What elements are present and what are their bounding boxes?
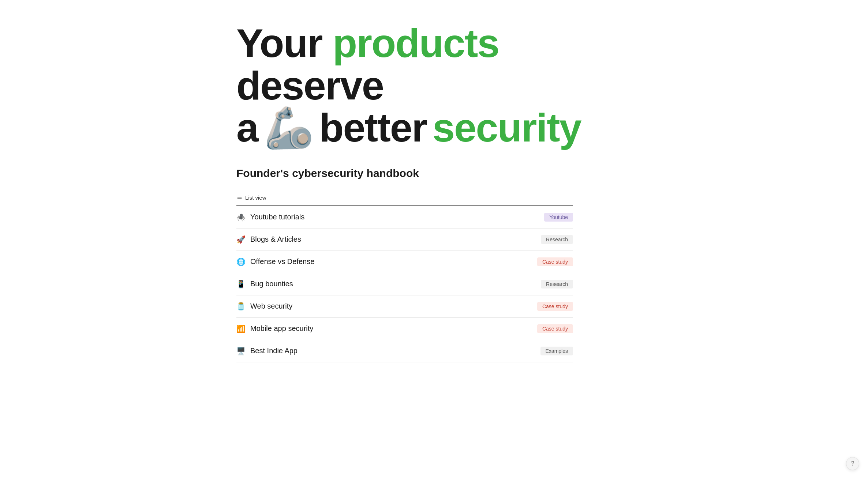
item-tag-4: Case study	[537, 302, 573, 311]
list-item-left-3: 📱 Bug bounties	[236, 280, 293, 288]
robot-emoji-icon: 🦾	[264, 106, 313, 149]
item-icon-1: 🚀	[236, 235, 245, 244]
list-item-left-1: 🚀 Blogs & Articles	[236, 235, 301, 244]
item-icon-0: 🕷️	[236, 213, 245, 222]
item-title-5: Mobile app security	[250, 324, 313, 333]
list-view-icon: ≔	[236, 194, 242, 201]
page-container: Your products deserve a 🦾better security…	[214, 0, 654, 384]
item-tag-1: Research	[541, 235, 573, 244]
hero-line-2: a 🦾better security	[236, 106, 632, 149]
hero-text-better: better	[319, 106, 427, 149]
list-item[interactable]: 📱 Bug bounties Research	[236, 273, 573, 295]
item-title-1: Blogs & Articles	[250, 235, 301, 244]
list-item[interactable]: 🖥️ Best Indie App Examples	[236, 340, 573, 362]
item-icon-3: 📱	[236, 280, 245, 288]
list-view-header: ≔ List view	[236, 194, 573, 206]
list-item-left-2: 🌐 Offense vs Defense	[236, 257, 314, 266]
list-item[interactable]: 🌐 Offense vs Defense Case study	[236, 251, 573, 273]
item-title-2: Offense vs Defense	[250, 257, 314, 266]
hero-text-deserve: deserve	[236, 63, 384, 108]
list-item[interactable]: 🚀 Blogs & Articles Research	[236, 229, 573, 251]
list-item[interactable]: 📶 Mobile app security Case study	[236, 318, 573, 340]
item-icon-2: 🌐	[236, 257, 245, 266]
item-tag-3: Research	[541, 280, 573, 288]
item-tag-5: Case study	[537, 324, 573, 333]
item-icon-5: 📶	[236, 324, 245, 333]
item-tag-2: Case study	[537, 257, 573, 266]
hero-green-products: products	[333, 20, 499, 65]
item-tag-6: Examples	[540, 347, 573, 355]
hero-text-a: a	[236, 106, 258, 149]
list-view-label: List view	[245, 195, 266, 201]
list-item-left-5: 📶 Mobile app security	[236, 324, 313, 333]
hero-section: Your products deserve a 🦾better security…	[236, 15, 632, 180]
item-tag-0: Youtube	[544, 213, 573, 222]
list-view-section: ≔ List view 🕷️ Youtube tutorials Youtube…	[236, 194, 573, 362]
item-title-4: Web security	[250, 302, 292, 310]
page-subtitle: Founder's cybersecurity handbook	[236, 167, 632, 180]
hero-line-1: Your products deserve	[236, 22, 632, 106]
list-item-left-4: 🫙 Web security	[236, 302, 292, 311]
item-title-6: Best Indie App	[250, 347, 298, 355]
item-title-0: Youtube tutorials	[250, 213, 304, 221]
list-item-left-0: 🕷️ Youtube tutorials	[236, 213, 304, 222]
list-item[interactable]: 🫙 Web security Case study	[236, 295, 573, 318]
hero-green-security: security	[433, 106, 581, 149]
item-icon-6: 🖥️	[236, 347, 245, 355]
item-title-3: Bug bounties	[250, 280, 293, 288]
list-item-left-6: 🖥️ Best Indie App	[236, 347, 298, 355]
hero-text-your: Your	[236, 20, 333, 65]
list-item[interactable]: 🕷️ Youtube tutorials Youtube	[236, 206, 573, 229]
list-items-container: 🕷️ Youtube tutorials Youtube 🚀 Blogs & A…	[236, 206, 573, 362]
item-icon-4: 🫙	[236, 302, 245, 311]
